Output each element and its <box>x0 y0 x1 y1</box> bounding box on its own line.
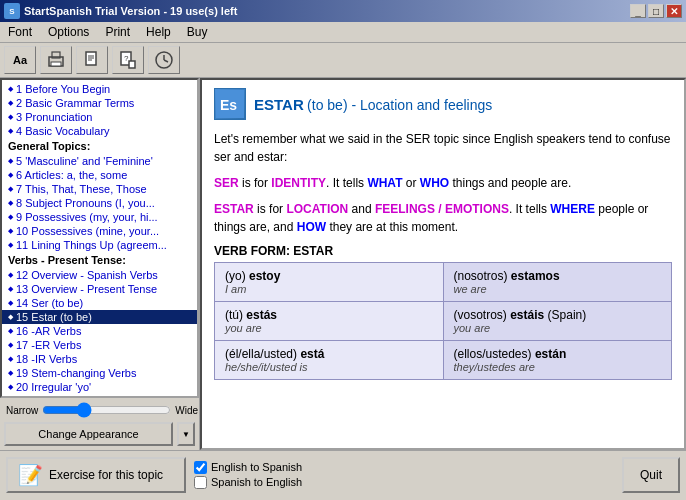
topic-icon: Es <box>214 88 246 120</box>
width-slider[interactable] <box>42 402 171 418</box>
nav-section: Verbs - Present Tense: <box>2 252 197 268</box>
conj-nosotros: (nosotros) estamos we are <box>443 263 672 302</box>
nav-item-2[interactable]: 2 Basic Grammar Terms <box>2 96 197 110</box>
english-to-spanish-row: English to Spanish <box>194 461 614 474</box>
estar-description: ESTAR is for LOCATION and FEELINGS / EMO… <box>214 200 672 236</box>
svg-rect-2 <box>51 62 61 66</box>
maximize-button[interactable]: □ <box>648 4 664 18</box>
nav-item-4[interactable]: 4 Basic Vocabulary <box>2 124 197 138</box>
content-scroll[interactable]: Es ESTAR (to be) - Location and feelings… <box>200 78 686 450</box>
app-icon: S <box>4 3 20 19</box>
nav-item-13[interactable]: 13 Overview - Present Tense <box>2 282 197 296</box>
conj-el: (él/ella/usted) está he/she/it/usted is <box>215 341 444 380</box>
menu-bar: Font Options Print Help Buy <box>0 22 686 43</box>
nav-item-16[interactable]: 16 -AR Verbs <box>2 324 197 338</box>
nav-item-11[interactable]: 11 Lining Things Up (agreem... <box>2 238 197 252</box>
font-size-button[interactable]: Aa <box>4 46 36 74</box>
english-to-spanish-checkbox[interactable] <box>194 461 207 474</box>
toolbar: Aa ? <box>0 43 686 78</box>
spanish-to-english-checkbox[interactable] <box>194 476 207 489</box>
menu-options[interactable]: Options <box>44 24 93 40</box>
ser-description: SER is for IDENTITY. It tells WHAT or WH… <box>214 174 672 192</box>
quit-button[interactable]: Quit <box>622 457 680 493</box>
nav-item-20[interactable]: 20 Irregular 'yo' <box>2 380 197 394</box>
english-to-spanish-label: English to Spanish <box>211 461 302 473</box>
svg-line-12 <box>164 60 168 62</box>
conj-tu: (tú) estás you are <box>215 302 444 341</box>
left-panel: 1 Before You Begin2 Basic Grammar Terms3… <box>0 78 200 450</box>
window-controls[interactable]: _ □ ✕ <box>630 4 682 18</box>
menu-help[interactable]: Help <box>142 24 175 40</box>
conj-row-1: (yo) estoy I am (nosotros) estamos we ar… <box>215 263 672 302</box>
svg-text:Es: Es <box>220 97 237 113</box>
appearance-area: Change Appearance ▼ <box>0 420 199 450</box>
verb-form-heading: VERB FORM: ESTAR <box>214 244 672 258</box>
right-content: Es ESTAR (to be) - Location and feelings… <box>200 78 686 450</box>
exercise-button[interactable]: 📝 Exercise for this topic <box>6 457 186 493</box>
spanish-to-english-row: Spanish to English <box>194 476 614 489</box>
conj-row-2: (tú) estás you are (vosotros) estáis (Sp… <box>215 302 672 341</box>
exercise-label: Exercise for this topic <box>49 468 163 482</box>
nav-item-17[interactable]: 17 -ER Verbs <box>2 338 197 352</box>
page-button[interactable] <box>76 46 108 74</box>
nav-item-5[interactable]: 5 'Masculine' and 'Feminine' <box>2 154 197 168</box>
options-area: English to Spanish Spanish to English <box>194 461 614 489</box>
nav-item-9[interactable]: 9 Possessives (my, your, hi... <box>2 210 197 224</box>
title-text: StartSpanish Trial Version - 19 use(s) l… <box>24 5 237 17</box>
help-button[interactable]: ? <box>112 46 144 74</box>
history-button[interactable] <box>148 46 180 74</box>
conj-vosotros: (vosotros) estáis (Spain) you are <box>443 302 672 341</box>
topic-title-area: ESTAR (to be) - Location and feelings <box>254 96 492 113</box>
nav-item-6[interactable]: 6 Articles: a, the, some <box>2 168 197 182</box>
nav-section: General Topics: <box>2 138 197 154</box>
print-button[interactable] <box>40 46 72 74</box>
change-appearance-button[interactable]: Change Appearance <box>4 422 173 446</box>
intro-paragraph: Let's remember what we said in the SER t… <box>214 130 672 166</box>
nav-item-10[interactable]: 10 Possessives (mine, your... <box>2 224 197 238</box>
nav-list[interactable]: 1 Before You Begin2 Basic Grammar Terms3… <box>0 78 199 398</box>
svg-marker-9 <box>129 61 135 68</box>
conjugation-table: (yo) estoy I am (nosotros) estamos we ar… <box>214 262 672 380</box>
nav-item-3[interactable]: 3 Pronunciation <box>2 110 197 124</box>
conj-ellos: (ellos/ustedes) están they/ustedes are <box>443 341 672 380</box>
spanish-to-english-label: Spanish to English <box>211 476 302 488</box>
topic-header: Es ESTAR (to be) - Location and feelings <box>214 88 672 120</box>
title-bar: S StartSpanish Trial Version - 19 use(s)… <box>0 0 686 22</box>
conj-row-3: (él/ella/usted) está he/she/it/usted is … <box>215 341 672 380</box>
menu-font[interactable]: Font <box>4 24 36 40</box>
nav-item-12[interactable]: 12 Overview - Spanish Verbs <box>2 268 197 282</box>
conj-yo: (yo) estoy I am <box>215 263 444 302</box>
bottom-bar: 📝 Exercise for this topic English to Spa… <box>0 450 686 498</box>
minimize-button[interactable]: _ <box>630 4 646 18</box>
menu-print[interactable]: Print <box>101 24 134 40</box>
exercise-icon: 📝 <box>18 463 43 487</box>
nav-item-19[interactable]: 19 Stem-changing Verbs <box>2 366 197 380</box>
close-button[interactable]: ✕ <box>666 4 682 18</box>
topic-title: ESTAR <box>254 96 304 113</box>
appearance-dropdown[interactable]: ▼ <box>177 422 195 446</box>
slider-area: Narrow Wide <box>0 398 199 420</box>
nav-item-18[interactable]: 18 -IR Verbs <box>2 352 197 366</box>
nav-item-14[interactable]: 14 Ser (to be) <box>2 296 197 310</box>
nav-item-7[interactable]: 7 This, That, These, Those <box>2 182 197 196</box>
topic-subtitle: (to be) - Location and feelings <box>307 97 492 113</box>
wide-label: Wide <box>175 405 198 416</box>
narrow-label: Narrow <box>6 405 38 416</box>
menu-buy[interactable]: Buy <box>183 24 212 40</box>
nav-item-8[interactable]: 8 Subject Pronouns (I, you... <box>2 196 197 210</box>
nav-item-1[interactable]: 1 Before You Begin <box>2 82 197 96</box>
nav-item-15[interactable]: 15 Estar (to be) <box>2 310 197 324</box>
